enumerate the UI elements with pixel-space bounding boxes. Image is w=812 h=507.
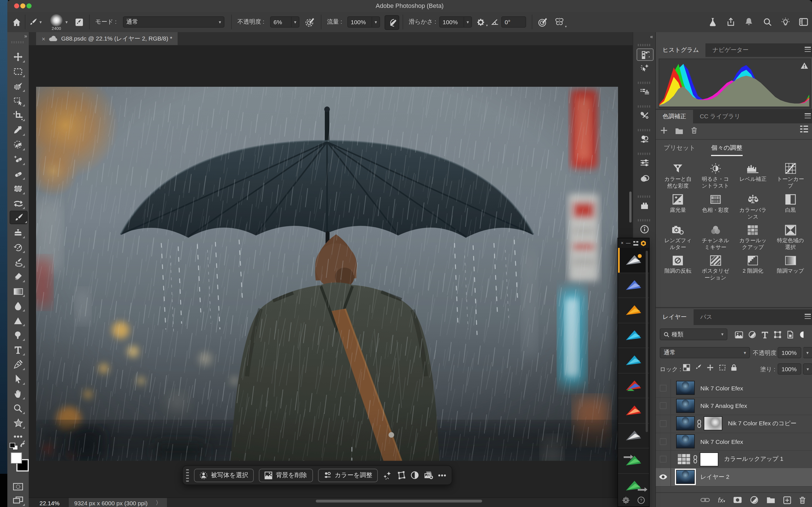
- rectangular-marquee-tool[interactable]: [11, 65, 25, 78]
- histogram-warning-icon[interactable]: [801, 62, 808, 69]
- nik-item-hdr-efex[interactable]: [618, 323, 649, 348]
- context-taskbar[interactable]: 被写体を選択 背景を削除 カラーを調整: [182, 465, 453, 485]
- nik-help-icon[interactable]: ?: [638, 496, 645, 504]
- add-image-button[interactable]: [424, 471, 434, 480]
- zoom-tool[interactable]: [11, 402, 25, 414]
- adjustment-halfcircle-button[interactable]: [411, 471, 419, 480]
- crop-tool[interactable]: [11, 109, 25, 122]
- clone-stamp-tool[interactable]: [11, 226, 25, 239]
- add-adjustment-icon[interactable]: [660, 127, 668, 134]
- search-icon[interactable]: [763, 12, 772, 32]
- nik-item-sharpener[interactable]: [618, 398, 649, 424]
- filter-shape-icon[interactable]: [774, 331, 781, 339]
- more-tools-ellipsis[interactable]: [11, 431, 25, 443]
- lock-transparency-icon[interactable]: [683, 364, 690, 371]
- adj-color-balance[interactable]: カラーバラ ンス: [734, 191, 772, 220]
- symmetry-butterfly-button[interactable]: ▾: [554, 12, 567, 32]
- smoothing-options-gear[interactable]: ▾: [476, 12, 488, 32]
- toggle-brush-panel-button[interactable]: [75, 12, 84, 32]
- adj-color-vibrance[interactable]: カラーと自 然な彩度: [659, 161, 697, 189]
- new-layer-icon[interactable]: [783, 496, 791, 504]
- adjust-color-button[interactable]: カラーを調整: [318, 468, 378, 482]
- screen-mode-button[interactable]: [11, 494, 25, 506]
- canvas-area[interactable]: × G88.psdc @ 22.1% (レイヤー 2, RGB/8) *: [29, 32, 633, 507]
- nik-item-perspective-efex[interactable]: [618, 348, 649, 373]
- smoothing-field[interactable]: 100%▾: [439, 12, 472, 32]
- layer-thumbnail[interactable]: [676, 470, 695, 484]
- filter-type-icon[interactable]: [761, 331, 769, 338]
- visibility-toggle[interactable]: [656, 433, 671, 450]
- opacity-field[interactable]: 6%▾: [270, 12, 299, 32]
- generative-sparkle-button[interactable]: [383, 471, 392, 480]
- share-button[interactable]: [726, 12, 735, 32]
- status-chevron[interactable]: 〉: [156, 499, 161, 507]
- remove-tool[interactable]: [11, 138, 25, 151]
- nik-item-color-efex[interactable]: [618, 298, 649, 323]
- adj-color-lookup[interactable]: カラールッ クアップ: [734, 223, 772, 251]
- horizontal-scrollbar[interactable]: [316, 500, 482, 503]
- gradient-tool[interactable]: [11, 285, 25, 297]
- beta-feedback-button[interactable]: [708, 12, 717, 32]
- custom-shape-star-tool[interactable]: [11, 417, 25, 429]
- brush-picker-chevron[interactable]: ▾: [65, 12, 68, 32]
- group-folder-icon[interactable]: [675, 127, 683, 134]
- shuffle-tool[interactable]: [11, 197, 25, 210]
- shape-tool[interactable]: [11, 314, 25, 327]
- discover-lightbulb[interactable]: [781, 12, 790, 32]
- channels-panel-icon[interactable]: [638, 173, 651, 184]
- layer-name[interactable]: Nik 7 Color Efex: [700, 385, 743, 392]
- pressure-opacity-button[interactable]: [305, 12, 315, 32]
- taskbar-more-ellipsis[interactable]: [439, 474, 446, 476]
- layer-name[interactable]: カラールックアップ 1: [724, 455, 783, 463]
- mixer-brush-tool[interactable]: [11, 256, 25, 268]
- adj-black-white[interactable]: 白黒: [772, 191, 809, 220]
- adjustments-panel-menu-icon[interactable]: [805, 113, 811, 118]
- flow-field[interactable]: 100%▾: [347, 12, 380, 32]
- layer-row[interactable]: カラールックアップ 1: [656, 450, 812, 469]
- visibility-toggle[interactable]: [656, 450, 671, 468]
- adj-invert[interactable]: 階調の反転: [659, 253, 697, 281]
- lock-artboard-icon[interactable]: [718, 364, 726, 371]
- layer-row[interactable]: Nik 7 Color Efex: [656, 433, 812, 451]
- layers-panel-menu-icon[interactable]: [805, 314, 811, 319]
- tab-navigator[interactable]: ナビゲーター: [706, 43, 755, 57]
- nik-layout-icon[interactable]: [633, 241, 638, 245]
- default-colors-icon[interactable]: [10, 443, 17, 450]
- properties-panel-icon[interactable]: [638, 157, 651, 168]
- delete-layer-trash-icon[interactable]: [799, 496, 806, 504]
- adj-threshold[interactable]: 2 階調化: [734, 253, 772, 281]
- lock-pixels-icon[interactable]: [695, 364, 702, 371]
- tab-adjustments[interactable]: 色調補正: [656, 110, 693, 123]
- airbrush-toggle[interactable]: [385, 15, 399, 30]
- adjustments-panel-icon[interactable]: [638, 133, 651, 145]
- adj-photo-filter[interactable]: レンズフィ ルター: [659, 223, 697, 251]
- layer-mask-thumbnail[interactable]: [704, 416, 722, 431]
- blur-tool[interactable]: [11, 300, 25, 312]
- eyedropper-tool[interactable]: [11, 124, 25, 136]
- remove-background-button[interactable]: 背景を削除: [259, 468, 313, 482]
- toolbar-grip[interactable]: [11, 41, 25, 43]
- tab-cc-libraries[interactable]: CC ライブラリ: [693, 110, 747, 123]
- home-button[interactable]: [12, 12, 21, 32]
- info-panel-icon[interactable]: [638, 224, 651, 235]
- layer-name[interactable]: Nik 7 Color Efex: [700, 438, 743, 445]
- tool-preset-picker[interactable]: ▾: [29, 12, 42, 32]
- tab-individual-adjustments[interactable]: 個々の調整: [711, 144, 743, 156]
- layer-thumbnail[interactable]: [676, 434, 695, 448]
- mask-link-icon[interactable]: [693, 455, 698, 464]
- transform-button[interactable]: [397, 471, 406, 480]
- tool-options-panel-icon[interactable]: [638, 110, 651, 121]
- add-mask-icon[interactable]: [733, 496, 742, 504]
- delete-trash-icon[interactable]: [691, 127, 698, 134]
- add-adjustment-layer-icon[interactable]: [750, 496, 758, 504]
- layer-mask-thumbnail[interactable]: [700, 452, 718, 466]
- adj-curves[interactable]: トーンカー ブ: [772, 161, 809, 189]
- tab-presets[interactable]: プリセット: [664, 144, 696, 156]
- adj-brightness-contrast[interactable]: 明るさ・コ ントラスト: [697, 161, 734, 189]
- nik-minimize-icon[interactable]: —: [626, 240, 630, 245]
- nik-item-launcher[interactable]: [618, 248, 649, 273]
- brush-preset-picker[interactable]: 2400: [50, 12, 63, 32]
- brush-tool-selected[interactable]: [10, 211, 28, 224]
- plugins-panel-icon[interactable]: [638, 200, 651, 211]
- swap-colors-icon[interactable]: [20, 442, 28, 450]
